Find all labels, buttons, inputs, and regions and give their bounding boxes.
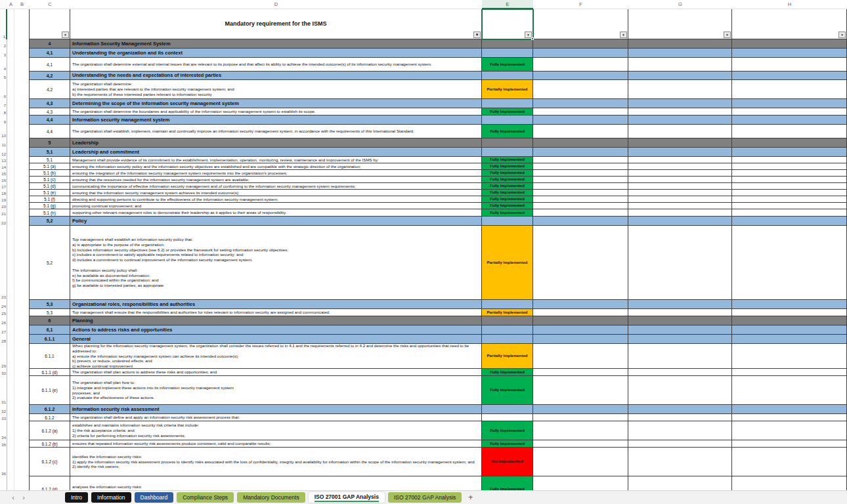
findings-cell[interactable]	[628, 183, 732, 190]
empty-cell-a[interactable]	[7, 108, 14, 116]
empty-cell-a[interactable]	[7, 309, 14, 316]
status-cell[interactable]: Fully Implemented	[482, 157, 533, 163]
empty-cell-a[interactable]	[7, 217, 14, 226]
row-number[interactable]: 20	[0, 203, 7, 209]
documents-cell[interactable]	[533, 335, 628, 344]
status-cell[interactable]	[482, 414, 533, 421]
clause-ref-cell[interactable]: 4,3	[30, 99, 70, 108]
requirement-cell[interactable]: communicating the importance of effectiv…	[70, 183, 482, 190]
empty-cell-b[interactable]	[14, 72, 30, 80]
status-cell[interactable]: Partially Implemented	[482, 80, 533, 99]
recommendations-cell[interactable]	[732, 148, 847, 157]
requirement-cell[interactable]: supporting other relevant management rol…	[70, 209, 482, 217]
findings-cell[interactable]	[628, 421, 732, 440]
documents-cell[interactable]	[533, 326, 628, 335]
column-header-c[interactable]: C	[30, 0, 70, 9]
requirement-cell[interactable]: Top management shall ensure that the res…	[70, 309, 482, 316]
documents-cell[interactable]	[533, 116, 628, 125]
header-cell-documents[interactable]: Do You Have Documents / Records to Refer…	[533, 9, 628, 39]
recommendations-cell[interactable]	[732, 177, 847, 183]
requirement-cell[interactable]: ensuring the information security policy…	[70, 163, 482, 170]
recommendations-cell[interactable]	[732, 170, 847, 177]
tab-mandatory-documents[interactable]: Mandatory Documents	[237, 492, 305, 503]
clause-ref-cell[interactable]: 4,3	[30, 108, 70, 116]
empty-cell-a[interactable]	[7, 39, 14, 49]
header-cell-iso27001[interactable]: ISO 27001 ▼	[30, 9, 70, 39]
tab-intro[interactable]: Intro	[65, 492, 88, 503]
status-cell[interactable]: Partially Implemented	[482, 309, 533, 316]
status-cell[interactable]: Partially Implemented	[482, 226, 533, 300]
requirement-cell[interactable]: Understanding the needs and expectations…	[70, 72, 482, 80]
clause-ref-cell[interactable]: 5.1 (e)	[30, 190, 70, 196]
empty-cell-b[interactable]	[14, 196, 30, 203]
status-cell[interactable]: Fully Implemented	[482, 196, 533, 203]
status-cell[interactable]: Fully Implemented	[482, 440, 533, 448]
findings-cell[interactable]	[628, 217, 732, 226]
recommendations-cell[interactable]	[732, 183, 847, 190]
tab-iso-27002-gap-analysis[interactable]: ISO 27002 GAP Analysis	[388, 492, 462, 503]
row-number[interactable]: 8	[0, 108, 7, 116]
empty-cell-a[interactable]	[7, 138, 14, 148]
documents-cell[interactable]	[533, 316, 628, 326]
clause-ref-cell[interactable]: 6,1	[30, 326, 70, 335]
status-cell[interactable]: Fully Implemented	[482, 183, 533, 190]
clause-ref-cell[interactable]: 4,1	[30, 49, 70, 58]
add-sheet-button[interactable]: +	[468, 493, 473, 502]
documents-cell[interactable]	[533, 344, 628, 369]
requirement-cell[interactable]: Information Security Management System	[70, 39, 482, 49]
empty-cell-a[interactable]	[7, 209, 14, 217]
tab-information[interactable]: Information	[91, 492, 131, 503]
row-number[interactable]: 18	[0, 190, 7, 196]
recommendations-cell[interactable]	[732, 448, 847, 476]
documents-cell[interactable]	[533, 196, 628, 203]
findings-cell[interactable]	[628, 196, 732, 203]
documents-cell[interactable]	[533, 203, 628, 209]
filter-dropdown-icon[interactable]: ▼	[724, 32, 731, 38]
clause-ref-cell[interactable]: 5,1	[30, 157, 70, 163]
requirement-cell[interactable]: Planning	[70, 316, 482, 326]
status-cell[interactable]: Fully Implemented	[482, 203, 533, 209]
row-number[interactable]: 16	[0, 177, 7, 183]
requirement-cell[interactable]: Policy	[70, 217, 482, 226]
findings-cell[interactable]	[628, 316, 732, 326]
recommendations-cell[interactable]	[732, 80, 847, 99]
empty-cell-b[interactable]	[14, 170, 30, 177]
documents-cell[interactable]	[533, 108, 628, 116]
empty-cell-a[interactable]	[7, 344, 14, 369]
findings-cell[interactable]	[628, 226, 732, 300]
empty-cell-b[interactable]	[14, 58, 30, 72]
findings-cell[interactable]	[628, 344, 732, 369]
requirement-cell[interactable]: Leadership and commitment	[70, 148, 482, 157]
requirement-cell[interactable]: Leadership	[70, 138, 482, 148]
header-cell-requirement[interactable]: Mandatory requirement for the ISMS ▼	[70, 9, 482, 39]
empty-cell-b[interactable]	[14, 157, 30, 163]
documents-cell[interactable]	[533, 369, 628, 376]
requirement-cell[interactable]: ensuring that the resources needed for t…	[70, 177, 482, 183]
findings-cell[interactable]	[628, 203, 732, 209]
status-cell[interactable]	[482, 39, 533, 49]
clause-ref-cell[interactable]: 5	[30, 138, 70, 148]
header-cell-findings[interactable]: Notes on Your Findings ▼	[628, 9, 732, 39]
empty-cell-b[interactable]	[14, 183, 30, 190]
findings-cell[interactable]	[628, 448, 732, 476]
status-cell[interactable]: Fully Implemented	[482, 376, 533, 405]
recommendations-cell[interactable]	[732, 376, 847, 405]
requirement-cell[interactable]: Actions to address risks and opportuniti…	[70, 326, 482, 335]
status-cell[interactable]	[482, 405, 533, 414]
filter-dropdown-icon[interactable]: ▼	[473, 32, 481, 38]
requirement-cell[interactable]: ensures that repeated information securi…	[70, 440, 482, 448]
header-cell-recommendations[interactable]: Notes on Your Recommendations & Next Ste…	[732, 9, 847, 39]
row-number[interactable]: 11	[0, 138, 7, 148]
empty-cell-b[interactable]	[14, 209, 30, 217]
empty-cell-b[interactable]	[14, 177, 30, 183]
documents-cell[interactable]	[533, 157, 628, 163]
recommendations-cell[interactable]	[732, 99, 847, 108]
row-number[interactable]: 23	[0, 226, 7, 300]
column-header-b[interactable]: B	[14, 0, 30, 9]
status-cell[interactable]: Fully Implemented	[482, 177, 533, 183]
findings-cell[interactable]	[628, 440, 732, 448]
recommendations-cell[interactable]	[732, 190, 847, 196]
requirement-cell[interactable]: The organization shall determine externa…	[70, 58, 482, 72]
recommendations-cell[interactable]	[732, 405, 847, 414]
filter-dropdown-icon[interactable]: ▼	[838, 32, 846, 38]
